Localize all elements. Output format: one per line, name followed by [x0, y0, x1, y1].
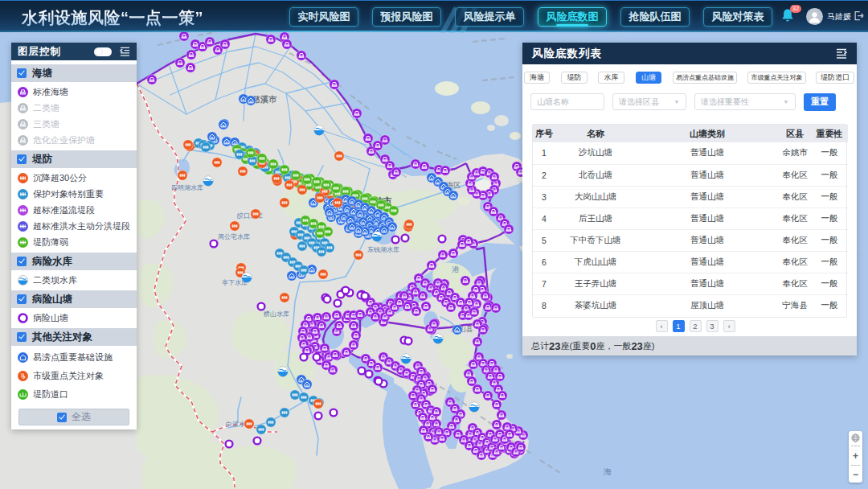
svg-text:四明湖水库: 四明湖水库 [171, 184, 203, 191]
svg-text:海: 海 [604, 467, 612, 476]
svg-text:港: 港 [452, 265, 460, 273]
svg-text:周公宅水库: 周公宅水库 [218, 233, 250, 240]
svg-text:横山水库: 横山水库 [263, 310, 289, 318]
svg-text:东钱湖水库: 东钱湖水库 [367, 246, 399, 253]
